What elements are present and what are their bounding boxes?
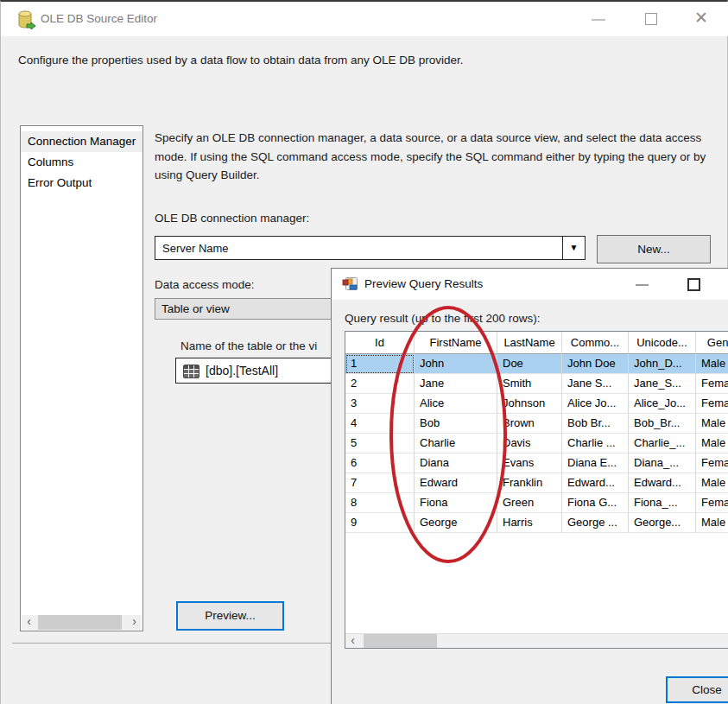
nav-item-connection-manager[interactable]: Connection Manager (21, 131, 142, 152)
grid-cell[interactable]: Charlie (415, 434, 497, 453)
table-row[interactable]: 9GeorgeHarrisGeorge ...George...Male (345, 513, 728, 533)
grid-cell[interactable]: John_D... (629, 354, 696, 374)
grid-cell[interactable]: Charlie ... (562, 434, 629, 453)
grid-cell[interactable]: Johnson (497, 394, 562, 414)
scrollbar-thumb[interactable] (38, 615, 122, 630)
grid-cell[interactable]: Female (696, 374, 728, 394)
grid-cell[interactable]: Edward... (629, 473, 696, 493)
query-result-label: Query result (up to the first 200 rows): (345, 312, 541, 325)
close-icon[interactable]: ✕ (694, 9, 708, 28)
grid-cell[interactable]: 2 (345, 374, 415, 394)
nav-item-error-output[interactable]: Error Output (21, 173, 142, 193)
close-button[interactable]: Close (666, 676, 728, 703)
grid-cell[interactable]: George... (629, 513, 696, 533)
grid-cell[interactable]: George ... (562, 513, 629, 533)
results-grid[interactable]: IdFirstNameLastNameCommo...Unicode...Gen… (345, 331, 728, 649)
grid-cell[interactable]: George (415, 513, 497, 533)
grid-cell[interactable]: Alice Jo... (562, 394, 629, 414)
grid-cell[interactable]: Fiona (415, 493, 497, 513)
grid-cell[interactable]: Male (696, 414, 728, 434)
preview-dialog-title: Preview Query Results (364, 277, 483, 290)
grid-cell[interactable]: Charlie_... (629, 434, 696, 453)
grid-cell[interactable]: Evans (497, 453, 562, 473)
grid-cell[interactable]: Jane S... (562, 374, 629, 394)
grid-cell[interactable]: John (415, 354, 497, 374)
grid-cell[interactable]: Male (696, 473, 728, 493)
grid-cell[interactable]: Male (696, 354, 728, 374)
preview-maximize-icon[interactable] (687, 278, 700, 291)
results-grid-hscrollbar[interactable]: ‹ (345, 633, 728, 648)
pages-list-hscrollbar[interactable]: ‹ › (22, 615, 142, 630)
table-icon (183, 365, 199, 378)
main-titlebar: OLE DB Source Editor ✕ (1, 2, 728, 36)
table-row[interactable]: 1JohnDoeJohn DoeJohn_D...Male (345, 354, 728, 374)
grid-cell[interactable]: Alice (415, 394, 497, 414)
combobox-dropdown-button[interactable]: ▼ (562, 237, 585, 259)
column-header-commo[interactable]: Commo... (562, 332, 629, 354)
grid-cell[interactable]: Jane (415, 374, 497, 394)
grid-cell[interactable]: Franklin (497, 473, 562, 493)
minimize-icon[interactable] (592, 19, 605, 21)
grid-cell[interactable]: Edward (415, 473, 497, 493)
form-preview-icon (342, 276, 358, 292)
table-row[interactable]: 5CharlieDavisCharlie ...Charlie_...Male (345, 434, 728, 453)
grid-cell[interactable]: Bob Br... (562, 414, 629, 434)
preview-minimize-icon[interactable] (636, 284, 649, 286)
table-row[interactable]: 3AliceJohnsonAlice Jo...Alice_Jo...Femal… (345, 394, 728, 414)
grid-cell[interactable]: Diana_... (629, 453, 696, 473)
nav-item-columns[interactable]: Columns (21, 152, 142, 173)
scroll-left-icon[interactable]: ‹ (22, 615, 36, 630)
grid-cell[interactable]: Fiona_... (629, 493, 696, 513)
column-header-gender[interactable]: Gender (696, 332, 728, 354)
grid-cell[interactable]: Bob (415, 414, 497, 434)
table-name-value: [dbo].[TestAll] (206, 364, 278, 377)
table-row[interactable]: 2JaneSmithJane S...Jane_S...Female (345, 374, 728, 394)
scrollbar-thumb[interactable] (364, 634, 437, 649)
grid-cell[interactable]: Male (696, 513, 728, 533)
grid-cell[interactable]: Male (696, 434, 728, 453)
grid-cell[interactable]: John Doe (562, 354, 629, 374)
grid-cell[interactable]: Female (696, 493, 728, 513)
connection-manager-label: OLE DB connection manager: (155, 212, 309, 225)
table-row[interactable]: 4BobBrownBob Br...Bob_Br...Male (345, 414, 728, 434)
data-access-mode-label: Data access mode: (155, 278, 255, 291)
grid-cell[interactable]: Harris (497, 513, 562, 533)
grid-cell[interactable]: Diana (415, 453, 497, 473)
grid-cell[interactable]: Diana E... (562, 453, 629, 473)
grid-cell[interactable]: Edward... (562, 473, 629, 493)
grid-cell[interactable]: Brown (497, 414, 562, 434)
column-header-lastname[interactable]: LastName (497, 332, 562, 354)
maximize-icon[interactable] (645, 13, 657, 25)
grid-cell[interactable]: Smith (497, 374, 562, 394)
scroll-right-icon[interactable]: › (127, 615, 142, 630)
preview-titlebar: Preview Query Results (332, 269, 728, 300)
grid-cell[interactable]: Alice_Jo... (629, 394, 696, 414)
column-header-id[interactable]: Id (345, 332, 415, 354)
grid-cell[interactable]: Green (497, 493, 562, 513)
grid-cell[interactable]: Female (696, 394, 728, 414)
grid-cell[interactable]: Female (696, 453, 728, 473)
column-header-unicode[interactable]: Unicode... (629, 332, 696, 354)
grid-cell[interactable]: 8 (345, 493, 415, 513)
grid-cell[interactable]: 7 (345, 473, 415, 493)
grid-cell[interactable]: Doe (497, 354, 562, 374)
new-connection-button[interactable]: New... (597, 235, 711, 263)
table-row[interactable]: 8FionaGreenFiona G...Fiona_...Female (345, 493, 728, 513)
connection-manager-combobox[interactable]: Server Name ▼ (155, 236, 586, 260)
preview-button[interactable]: Preview... (176, 601, 284, 631)
grid-cell[interactable]: 6 (345, 453, 415, 473)
grid-cell[interactable]: Bob_Br... (629, 414, 696, 434)
grid-cell[interactable]: 5 (345, 434, 415, 453)
grid-cell[interactable]: 1 (345, 354, 415, 374)
scroll-left-icon[interactable]: ‹ (345, 634, 360, 649)
grid-cell[interactable]: Fiona G... (562, 493, 629, 513)
grid-cell[interactable]: 4 (345, 414, 415, 434)
grid-cell[interactable]: Davis (497, 434, 562, 453)
table-row[interactable]: 6DianaEvansDiana E...Diana_...Female (345, 453, 728, 473)
grid-cell[interactable]: Jane_S... (629, 374, 696, 394)
grid-cell[interactable]: 9 (345, 513, 415, 533)
table-row[interactable]: 7EdwardFranklinEdward...Edward...Male (345, 473, 728, 493)
grid-cell[interactable]: 3 (345, 394, 415, 414)
table-name-label: Name of the table or the vi (180, 339, 317, 352)
column-header-firstname[interactable]: FirstName (415, 332, 497, 354)
